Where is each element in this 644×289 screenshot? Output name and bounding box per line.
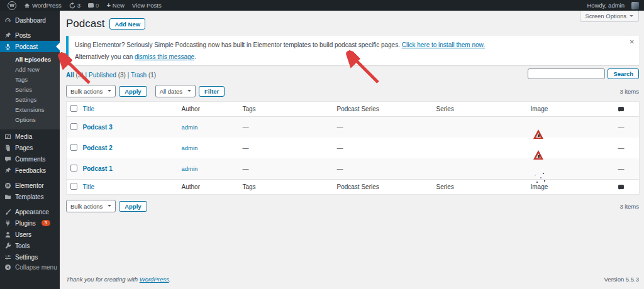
sidebar-item-appearance[interactable]: Appearance [0,206,60,217]
media-icon [4,133,11,140]
updates-count: 3 [77,2,80,9]
footer-period: . [169,276,171,283]
column-image: Image [527,102,614,117]
admin-bar-updates[interactable]: 3 [65,0,84,11]
search-input[interactable] [528,68,605,79]
sidebar-item-tools[interactable]: Tools [0,240,60,251]
comments-icon [4,156,11,163]
comments-cell: — [614,138,640,158]
admin-bar-comments[interactable]: 0 [84,0,103,11]
sidebar-label: Posts [15,32,31,39]
admin-bar-account[interactable]: Howdy, admin [584,2,629,9]
filter-all-link[interactable]: All [66,72,74,79]
submenu-item-all-episodes[interactable]: All Episodes [0,55,60,65]
sidebar-label: Tools [15,243,30,249]
sidebar-item-dashboard[interactable]: Dashboard [0,14,60,26]
install-templates-link[interactable]: Click here to install them now. [402,41,485,48]
sidebar-item-podcast[interactable]: Podcast [0,41,60,52]
submenu-item-extensions[interactable]: Extensions [0,105,60,115]
column-title-sort[interactable]: Title [83,183,95,190]
podcast-series-cell: — [333,138,433,158]
sidebar-collapse-menu[interactable]: Collapse menu [0,261,60,273]
episode-title-link[interactable]: Podcast 1 [83,165,113,172]
column-title-sort[interactable]: Title [83,106,95,112]
sidebar-item-media[interactable]: Media [0,131,60,142]
bulk-actions-select[interactable]: Bulk actions [66,200,116,212]
column-tags: Tags [239,180,333,195]
elementor-icon [4,182,11,189]
footer-thanks-text: Thank you for creating with [66,276,138,283]
series-cell [433,138,527,158]
new-label: New [113,2,125,9]
author-link[interactable]: admin [182,165,198,172]
sidebar-item-elementor[interactable]: Elementor [0,180,60,191]
row-checkbox[interactable] [70,144,77,151]
bulk-actions-select[interactable]: Bulk actions [66,85,116,97]
filter-published-link[interactable]: Published [89,72,116,79]
table-row: Podcast 2 admin — — — [67,138,640,158]
add-new-button[interactable]: Add New [109,18,145,30]
avatar[interactable] [631,2,639,9]
column-podcast-series: Podcast Series [333,102,433,117]
updates-icon [69,3,75,9]
date-filter-select[interactable]: All dates [155,85,196,97]
table-header-row: Title Author Tags Podcast Series Series … [67,102,640,117]
episode-title-link[interactable]: Podcast 2 [83,144,113,151]
sidebar-item-posts[interactable]: Posts [0,30,60,41]
sidebar-label: Feedbacks [15,167,46,174]
items-count: 3 items [619,88,639,95]
plugins-update-badge: 3 [42,220,50,226]
microphone-icon [4,43,11,50]
apply-button[interactable]: Apply [119,201,147,212]
sidebar-label: Settings [15,254,38,261]
items-count: 3 items [619,203,639,210]
comments-count: 0 [96,2,99,9]
row-checkbox[interactable] [70,123,77,130]
search-button[interactable]: Search [608,68,639,79]
series-cell [433,117,527,138]
pushpin-icon [4,32,11,39]
select-all-checkbox[interactable] [70,105,77,112]
sidebar-item-templates[interactable]: Templates [0,191,60,202]
podcast-series-cell: — [333,117,433,138]
submenu-item-tags[interactable]: Tags [0,75,60,85]
version-label: Version 5.5.3 [604,276,639,283]
tags-cell: — [239,138,333,158]
view-posts-label: View Posts [132,2,162,9]
submenu-item-options[interactable]: Options [0,115,60,125]
sidebar-item-users[interactable]: Users [0,229,60,240]
pages-icon [4,144,11,151]
author-link[interactable]: admin [182,124,198,131]
submenu-item-add-new[interactable]: Add New [0,65,60,75]
screen-options-button[interactable]: Screen Options [580,11,639,22]
tags-cell: — [239,117,333,138]
apply-button[interactable]: Apply [119,86,147,97]
wordpress-logo-menu[interactable]: W [4,0,20,11]
sidebar-item-plugins[interactable]: Plugins 3 [0,217,60,229]
admin-bar-view-posts[interactable]: View Posts [128,0,165,11]
comments-cell: — [614,117,640,138]
submenu-item-series[interactable]: Series [0,85,60,95]
sidebar-label: Users [15,231,31,238]
wordpress-link[interactable]: WordPress [140,276,169,283]
table-row: Podcast 3 admin — — — [67,117,640,138]
submenu-item-settings[interactable]: Settings [0,95,60,105]
select-all-checkbox[interactable] [70,183,77,190]
admin-bar-new[interactable]: + New [103,0,128,11]
episode-title-link[interactable]: Podcast 3 [83,124,113,131]
chevron-down-icon [108,205,111,207]
row-checkbox[interactable] [70,165,77,172]
podcast-series-cell: — [333,158,433,180]
sidebar-item-pages[interactable]: Pages [0,142,60,153]
admin-bar-site-name[interactable]: WordPress [20,0,65,11]
wordpress-logo-icon: W [8,1,16,10]
filter-button[interactable]: Filter [199,86,225,97]
author-link[interactable]: admin [182,144,198,151]
dashboard-icon [4,17,11,24]
filter-trash-link[interactable]: Trash [131,72,147,79]
dismiss-message-link[interactable]: dismiss this message [135,53,194,60]
sidebar-item-feedbacks[interactable]: Feedbacks [0,165,60,176]
dismiss-notice-icon[interactable]: ✕ [630,39,635,45]
filter-published-count: (3) [118,72,126,79]
sidebar-item-comments[interactable]: Comments [0,153,60,165]
